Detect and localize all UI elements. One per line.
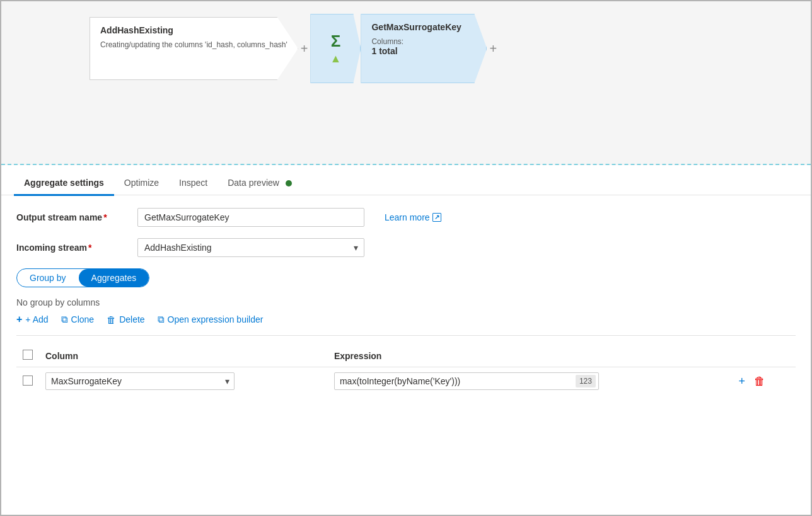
- column-select[interactable]: MaxSurrogateKey: [45, 372, 235, 390]
- aggregates-toggle[interactable]: Aggregates: [79, 269, 149, 287]
- node2-total: 1 total: [371, 46, 476, 56]
- arrow-icon: ▲: [330, 52, 342, 66]
- incoming-stream-select-wrapper: AddHashExisting: [137, 238, 364, 257]
- expression-cell: 123: [328, 367, 725, 396]
- table-header-row: Column Expression: [16, 345, 796, 367]
- node-getMaxSurrogateKey[interactable]: GetMaxSurrogateKey Columns: 1 total: [361, 14, 487, 83]
- row-actions: + 🗑: [736, 374, 789, 389]
- expression-input-wrapper: 123: [334, 372, 599, 390]
- bottom-panel: Aggregate settings Optimize Inspect Data…: [1, 165, 811, 515]
- sigma-icon: Σ: [331, 32, 341, 51]
- plus-icon-2[interactable]: +: [489, 42, 497, 56]
- row-add-button[interactable]: +: [736, 374, 748, 389]
- header-checkbox-cell: [16, 345, 39, 367]
- node1-title: AddHashExisting: [100, 25, 287, 35]
- plus-icon-1[interactable]: +: [301, 42, 308, 56]
- add-icon: +: [16, 314, 22, 325]
- flow-diagram: AddHashExisting Creating/updating the co…: [90, 14, 499, 83]
- node2-title: GetMaxSurrogateKey: [371, 22, 476, 32]
- row-delete-button[interactable]: 🗑: [751, 374, 768, 389]
- open-expr-builder-button[interactable]: ⧉ Open expression builder: [158, 314, 264, 325]
- table-row: MaxSurrogateKey 123 +: [16, 367, 796, 396]
- delete-icon: 🗑: [107, 314, 116, 325]
- tab-data-preview[interactable]: Data preview: [218, 170, 302, 196]
- node-aggregate-icon[interactable]: Σ ▲: [310, 14, 361, 83]
- tab-aggregate-settings[interactable]: Aggregate settings: [14, 170, 114, 196]
- tabs-row: Aggregate settings Optimize Inspect Data…: [1, 165, 811, 195]
- external-link-icon: ↗: [432, 213, 441, 222]
- column-table: Column Expression MaxSurrogateK: [16, 345, 796, 395]
- row-checkbox[interactable]: [23, 376, 33, 386]
- required-star-output: *: [103, 212, 107, 222]
- tab-optimize[interactable]: Optimize: [114, 170, 169, 196]
- clone-icon: ⧉: [61, 314, 68, 325]
- expression-input[interactable]: [335, 373, 576, 389]
- output-stream-row: Output stream name* Learn more ↗: [16, 208, 796, 227]
- node2-cols-label: Columns:: [371, 37, 476, 46]
- incoming-stream-select[interactable]: AddHashExisting: [137, 238, 364, 257]
- column-cell: MaxSurrogateKey: [39, 367, 328, 396]
- clone-button[interactable]: ⧉ Clone: [61, 314, 95, 325]
- output-stream-label: Output stream name*: [16, 212, 130, 222]
- delete-button[interactable]: 🗑 Delete: [107, 314, 144, 325]
- node-addHashExisting[interactable]: AddHashExisting Creating/updating the co…: [90, 17, 298, 80]
- actions-header: [725, 345, 796, 367]
- row-checkbox-cell: [16, 367, 39, 396]
- toggle-group: Group by Aggregates: [16, 268, 149, 287]
- divider: [16, 335, 796, 336]
- learn-more-link[interactable]: Learn more ↗: [385, 212, 441, 222]
- data-preview-dot: [286, 180, 292, 186]
- open-expr-icon: ⧉: [158, 314, 165, 325]
- action-row: + + Add ⧉ Clone 🗑 Delete ⧉ Open expressi…: [16, 314, 796, 325]
- column-header: Column: [39, 345, 328, 367]
- canvas-area: AddHashExisting Creating/updating the co…: [1, 1, 811, 165]
- tab-inspect[interactable]: Inspect: [169, 170, 218, 196]
- required-star-incoming: *: [88, 243, 91, 253]
- settings-content: Output stream name* Learn more ↗ Incomin…: [1, 195, 811, 515]
- expression-header: Expression: [328, 345, 725, 367]
- header-checkbox[interactable]: [23, 350, 33, 360]
- column-select-wrapper: MaxSurrogateKey: [45, 372, 235, 390]
- output-stream-input[interactable]: [137, 208, 364, 227]
- row-actions-cell: + 🗑: [725, 367, 796, 396]
- node1-desc: Creating/updating the columns 'id_hash, …: [100, 40, 287, 49]
- group-by-toggle[interactable]: Group by: [17, 269, 79, 287]
- expression-badge: 123: [576, 375, 596, 387]
- incoming-stream-row: Incoming stream* AddHashExisting: [16, 238, 796, 257]
- add-button[interactable]: + + Add: [16, 314, 49, 325]
- incoming-stream-label: Incoming stream*: [16, 243, 130, 253]
- no-group-text: No group by columns: [16, 297, 796, 307]
